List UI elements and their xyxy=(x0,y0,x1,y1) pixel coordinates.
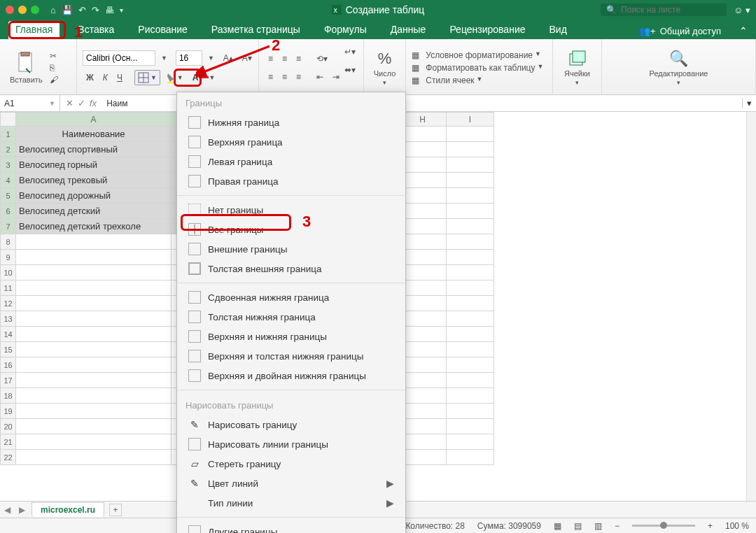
paste-button[interactable]: Вставить xyxy=(6,50,47,85)
menu-item-erase-border[interactable]: ▱Стереть границу xyxy=(177,454,405,474)
enter-formula-icon[interactable]: ✓ xyxy=(78,98,85,108)
format-as-table-button[interactable]: ▦ Форматировать как таблицу ▼ xyxy=(412,63,547,73)
font-name-drop-icon[interactable]: ▼ xyxy=(158,50,171,66)
row-header[interactable]: 21 xyxy=(1,434,16,450)
underline-button[interactable]: Ч xyxy=(113,71,126,85)
view-page-layout-icon[interactable]: ▤ xyxy=(574,521,582,531)
zoom-slider[interactable] xyxy=(632,525,695,527)
tab-formulas[interactable]: Формулы xyxy=(318,21,372,39)
row-header[interactable]: 17 xyxy=(1,373,16,388)
menu-item-more-borders[interactable]: Другие границы... xyxy=(177,522,405,533)
row-header[interactable]: 9 xyxy=(1,250,16,265)
format-painter-icon[interactable]: 🖌 xyxy=(50,75,58,85)
copy-icon[interactable]: ⎘ xyxy=(50,63,58,73)
menu-item-top-border[interactable]: Верхняя граница xyxy=(177,132,405,152)
cells-button[interactable]: Ячейки ▾ xyxy=(559,48,596,87)
view-normal-icon[interactable]: ▦ xyxy=(554,521,561,531)
tab-view[interactable]: Вид xyxy=(544,21,573,39)
borders-button[interactable]: ▼ xyxy=(134,70,160,85)
zoom-level[interactable]: 100 % xyxy=(725,521,749,531)
minimize-window[interactable] xyxy=(18,6,27,14)
menu-item-line-color[interactable]: ✎Цвет линий▶ xyxy=(177,474,405,493)
align-bottom-icon[interactable]: ≡ xyxy=(293,52,304,66)
menu-item-top-double-bottom[interactable]: Верхняя и двойная нижняя границы xyxy=(177,366,405,385)
user-icon[interactable]: ☺ ▾ xyxy=(734,5,750,15)
vertical-scrollbar[interactable] xyxy=(746,112,756,501)
row-header[interactable]: 14 xyxy=(1,327,16,342)
wrap-text-icon[interactable]: ↵▾ xyxy=(341,45,359,59)
share-button[interactable]: 👥+ Общий доступ xyxy=(639,26,721,39)
row-header[interactable]: 3 xyxy=(1,157,16,173)
row-header[interactable]: 4 xyxy=(1,173,16,188)
row-header[interactable]: 2 xyxy=(1,142,16,157)
row-header[interactable]: 22 xyxy=(1,450,16,465)
cell[interactable]: Велосипед спортивный xyxy=(16,142,172,157)
undo-icon[interactable]: ↶ xyxy=(78,5,86,15)
redo-icon[interactable]: ↷ xyxy=(92,5,99,15)
editing-button[interactable]: 🔍 Редактирование ▾ xyxy=(608,48,750,87)
tab-layout[interactable]: Разметка страницы xyxy=(206,21,306,39)
menu-item-thick-bottom[interactable]: Толстая нижняя граница xyxy=(177,307,405,327)
menu-item-double-bottom[interactable]: Сдвоенная нижняя граница xyxy=(177,287,405,307)
menu-item-draw-border[interactable]: ✎Нарисовать границу xyxy=(177,415,405,434)
cancel-formula-icon[interactable]: ✕ xyxy=(66,98,74,108)
font-name-combo[interactable] xyxy=(83,50,155,66)
next-sheet-icon[interactable]: ▶ xyxy=(15,505,29,515)
decrease-indent-icon[interactable]: ⇤ xyxy=(313,70,327,84)
qat-more-icon[interactable]: ▾ xyxy=(120,6,123,14)
menu-item-outside-borders[interactable]: Внешние границы xyxy=(177,239,405,259)
zoom-out-icon[interactable]: − xyxy=(615,521,620,531)
row-header[interactable]: 6 xyxy=(1,204,16,219)
merge-cells-icon[interactable]: ⬌▾ xyxy=(341,63,359,77)
row-header[interactable]: 20 xyxy=(1,419,16,434)
tab-review[interactable]: Рецензирование xyxy=(444,21,531,39)
menu-item-top-thick-bottom[interactable]: Верхняя и толстая нижняя границы xyxy=(177,346,405,366)
bold-button[interactable]: Ж xyxy=(83,71,97,85)
search-input[interactable] xyxy=(621,5,721,15)
cell[interactable]: Велосипед трековый xyxy=(16,173,172,188)
row-header[interactable]: 19 xyxy=(1,404,16,419)
cell[interactable]: Велосипед детский xyxy=(16,204,172,219)
cut-icon[interactable]: ✂ xyxy=(50,51,58,61)
italic-button[interactable]: К xyxy=(99,71,111,85)
cell-styles-button[interactable]: ▦ Стили ячеек ▼ xyxy=(412,76,547,85)
row-header[interactable]: 1 xyxy=(1,127,16,142)
expand-formula-bar-icon[interactable]: ▾ xyxy=(742,98,756,108)
menu-item-left-border[interactable]: Левая граница xyxy=(177,152,405,171)
cell[interactable]: Велосипед детский трехколе xyxy=(16,219,172,234)
select-all-corner[interactable] xyxy=(1,113,16,127)
tab-data[interactable]: Данные xyxy=(385,21,432,39)
close-window[interactable] xyxy=(6,6,14,14)
number-format-button[interactable]: % Число ▾ xyxy=(370,48,400,87)
row-header[interactable]: 16 xyxy=(1,357,16,373)
align-middle-icon[interactable]: ≡ xyxy=(279,52,290,66)
menu-item-thick-outside[interactable]: Толстая внешняя граница xyxy=(177,259,405,278)
align-center-icon[interactable]: ≡ xyxy=(279,70,290,84)
row-header[interactable]: 10 xyxy=(1,265,16,280)
sheet-tab[interactable]: microexcel.ru xyxy=(31,502,104,517)
row-header[interactable]: 13 xyxy=(1,311,16,327)
row-header[interactable]: 7 xyxy=(1,219,16,234)
prev-sheet-icon[interactable]: ◀ xyxy=(0,505,15,515)
row-header[interactable]: 5 xyxy=(1,188,16,204)
menu-item-right-border[interactable]: Правая граница xyxy=(177,171,405,191)
conditional-formatting-button[interactable]: ▦ Условное форматирование ▼ xyxy=(412,50,547,60)
menu-item-top-bottom[interactable]: Верхняя и нижняя границы xyxy=(177,327,405,346)
save-icon[interactable]: 💾 xyxy=(62,5,73,15)
name-box[interactable]: A1▼ xyxy=(0,95,60,111)
add-sheet-button[interactable]: + xyxy=(109,504,122,516)
col-header[interactable]: I xyxy=(447,113,494,127)
row-header[interactable]: 18 xyxy=(1,388,16,404)
row-header[interactable]: 11 xyxy=(1,280,16,296)
cell[interactable]: Велосипед горный xyxy=(16,157,172,173)
fx-icon[interactable]: fx xyxy=(90,98,97,108)
row-header[interactable]: 8 xyxy=(1,234,16,250)
orientation-icon[interactable]: ⟲▾ xyxy=(313,52,331,66)
menu-item-draw-grid[interactable]: Нарисовать линии границы xyxy=(177,434,405,454)
home-icon[interactable]: ⌂ xyxy=(50,5,56,15)
row-header[interactable]: 12 xyxy=(1,296,16,311)
collapse-ribbon-icon[interactable]: ⌃ xyxy=(739,25,748,39)
cell[interactable]: Наименование xyxy=(16,127,172,142)
cell[interactable]: Велосипед дорожный xyxy=(16,188,172,204)
col-header[interactable]: A xyxy=(16,113,172,127)
